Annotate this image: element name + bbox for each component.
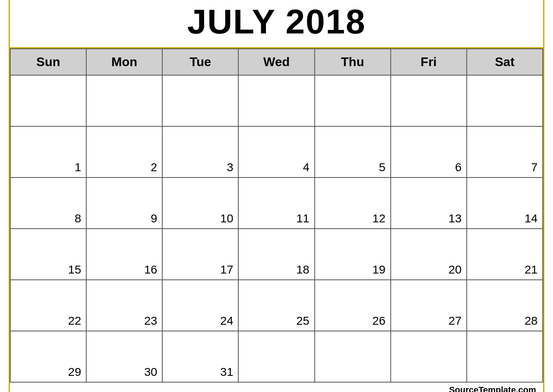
day-header-sat: Sat [467, 49, 543, 75]
calendar-day: 27 [391, 280, 467, 331]
calendar-day: 8 [10, 178, 86, 229]
calendar-day: 25 [238, 280, 314, 331]
calendar-day [238, 331, 314, 382]
calendar-day: 17 [162, 229, 238, 280]
calendar-day: 29 [10, 331, 86, 382]
calendar-week-row: 293031 [10, 331, 543, 382]
calendar-day [315, 331, 391, 382]
calendar-day: 24 [162, 280, 238, 331]
calendar-day: 20 [391, 229, 467, 280]
calendar-day: 30 [86, 331, 162, 382]
calendar-day: 6 [391, 126, 467, 178]
calendar-body: 1234567891011121314151617181920212223242… [10, 75, 543, 382]
calendar-day: 3 [162, 126, 238, 178]
calendar-day: 5 [315, 126, 391, 178]
day-header-sun: Sun [10, 49, 86, 75]
calendar-day: 23 [86, 280, 162, 331]
day-header-wed: Wed [238, 49, 314, 75]
day-header-thu: Thu [315, 49, 391, 75]
calendar-week-row: 891011121314 [10, 178, 543, 229]
calendar-day: 13 [391, 178, 467, 229]
calendar-day [467, 75, 543, 126]
calendar-day: 15 [10, 229, 86, 280]
day-header-tue: Tue [162, 49, 238, 75]
calendar-week-row: 1234567 [10, 126, 543, 178]
calendar-day: 4 [238, 126, 314, 178]
calendar-day: 2 [86, 126, 162, 178]
calendar-day: 14 [467, 178, 543, 229]
day-header-fri: Fri [391, 49, 467, 75]
calendar-day: 11 [238, 178, 314, 229]
calendar-day: 31 [162, 331, 238, 382]
days-of-week-row: Sun Mon Tue Wed Thu Fri Sat [10, 49, 543, 75]
calendar-day: 10 [162, 178, 238, 229]
calendar-day [467, 331, 543, 382]
calendar-day: 9 [86, 178, 162, 229]
calendar-day: 28 [467, 280, 543, 331]
calendar-day: 26 [315, 280, 391, 331]
calendar-day [10, 75, 86, 126]
calendar-week-row: 15161718192021 [10, 229, 543, 280]
calendar-day [391, 331, 467, 382]
calendar-day: 7 [467, 126, 543, 178]
calendar-day: 19 [315, 229, 391, 280]
day-header-mon: Mon [86, 49, 162, 75]
calendar-title: JULY 2018 [10, 2, 543, 42]
calendar-day: 18 [238, 229, 314, 280]
calendar-day [391, 75, 467, 126]
calendar-container: JULY 2018 Sun Mon Tue Wed Thu Fri Sat 12… [9, 0, 544, 392]
calendar-day: 1 [10, 126, 86, 178]
calendar-day [238, 75, 314, 126]
calendar-day [315, 75, 391, 126]
calendar-week-row: 22232425262728 [10, 280, 543, 331]
calendar-grid: Sun Mon Tue Wed Thu Fri Sat 123456789101… [10, 48, 543, 383]
calendar-day [86, 75, 162, 126]
calendar-day [162, 75, 238, 126]
calendar-day: 22 [10, 280, 86, 331]
calendar-header: JULY 2018 [10, 0, 543, 48]
calendar-day: 16 [86, 229, 162, 280]
calendar-week-row [10, 75, 543, 126]
calendar-day: 21 [467, 229, 543, 280]
calendar-day: 12 [315, 178, 391, 229]
watermark: SourceTemplate.com [10, 383, 543, 392]
